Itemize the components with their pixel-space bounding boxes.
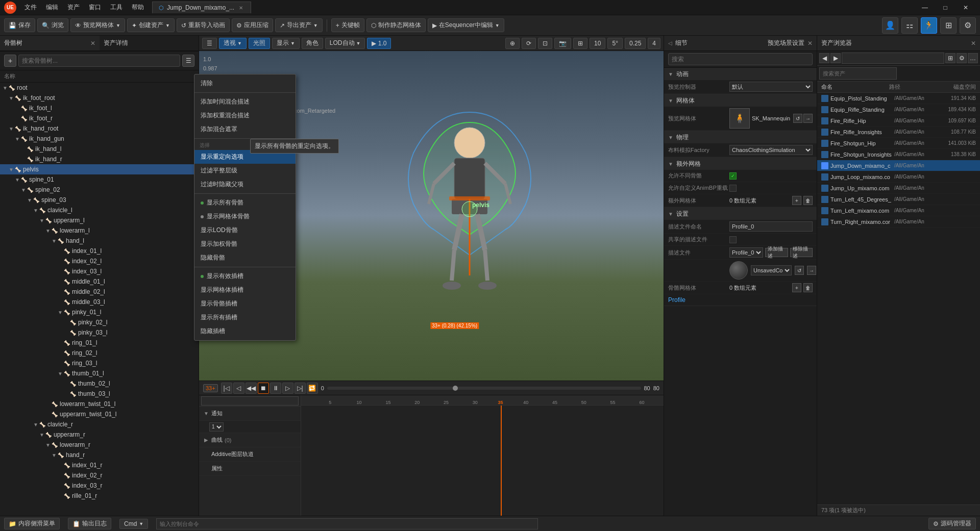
asset-row-jump-loop[interactable]: Jump_Loop_mixamo.co /All/Game/An xyxy=(817,171,980,183)
show-button[interactable]: 显示 ▼ xyxy=(272,38,300,49)
skeleton-search-input[interactable] xyxy=(18,55,180,67)
tree-item-index01-l[interactable]: 🦴 index_01_l xyxy=(0,246,199,256)
bone-mesh-remove-icon[interactable]: 🗑 xyxy=(803,283,813,292)
settings-icon-btn[interactable]: ⚙ xyxy=(960,17,976,34)
asset-row-turn-left45[interactable]: Turn_Left_45_Degrees_ /All/Game/An xyxy=(817,194,980,205)
menu-file[interactable]: 文件 xyxy=(20,2,41,13)
details-close-icon[interactable]: ✕ xyxy=(807,40,813,47)
tree-item-rille01-r[interactable]: 🦴 rille_01_r xyxy=(0,491,199,501)
ctx-hide-bones[interactable]: 隐藏骨骼 xyxy=(194,251,296,265)
viewport-menu-button[interactable]: ☰ xyxy=(202,38,217,49)
next-keyframe-button[interactable]: ▷| xyxy=(295,383,306,394)
tab-close-icon[interactable]: ✕ xyxy=(237,4,244,11)
output-log-button[interactable]: 📋 输出日志 xyxy=(68,518,111,529)
viewport-time[interactable]: 0.25 xyxy=(625,38,646,49)
prev-keyframe-button[interactable]: |◁ xyxy=(221,383,232,394)
apply-compress-button[interactable]: ⚙ 应用压缩 xyxy=(232,18,273,32)
tree-item-ik-hand-l[interactable]: 🦴 ik_hand_l xyxy=(0,144,199,154)
reimport-button[interactable]: ↺ 重新导入动画 xyxy=(177,18,230,32)
tree-item-ik-foot-r[interactable]: 🦴 ik_foot_r xyxy=(0,113,199,123)
add-desc-icon[interactable]: 添加描述 xyxy=(765,248,788,257)
tree-item-index01-r[interactable]: 🦴 index_01_r xyxy=(0,460,199,470)
person-icon-btn[interactable]: 👤 xyxy=(882,17,898,34)
document-tab[interactable]: ⬡ Jump_Down_mixamo_... ✕ xyxy=(152,2,251,13)
grid-icon-btn[interactable]: ⚏ xyxy=(901,17,918,34)
move-desc-icon[interactable]: 移除描述 xyxy=(790,248,813,257)
preview-controller-dropdown[interactable]: 默认 xyxy=(729,82,813,92)
animation-section-header[interactable]: ▼ 动画 xyxy=(664,68,817,80)
tree-item-upperarm-twist-l[interactable]: 🦴 upperarm_twist_01_l xyxy=(0,409,199,419)
ctx-show-all-sockets[interactable]: 显示所有插槽 xyxy=(194,311,296,324)
mesh-open-icon[interactable]: → xyxy=(803,114,813,123)
asset-forward-button[interactable]: ▶ xyxy=(830,53,841,63)
tree-item-hand-l[interactable]: ▼ 🦴 hand_l xyxy=(0,236,199,246)
tree-item-ik-hand-r[interactable]: 🦴 ik_hand_r xyxy=(0,154,199,164)
create-asset-button[interactable]: ✦ 创建资产 ▼ xyxy=(127,18,175,32)
tree-item-spine02[interactable]: ▼ 🦴 spine_02 xyxy=(0,185,199,195)
tree-item-pinky03-l[interactable]: 🦴 pinky_03_l xyxy=(0,327,199,338)
tree-item-middle03-l[interactable]: 🦴 middle_03_l xyxy=(0,297,199,307)
asset-row-turn-left-mix[interactable]: Turn_Left_mixamo.com /All/Game/An xyxy=(817,205,980,216)
win-close[interactable]: ✕ xyxy=(955,0,976,15)
menu-help[interactable]: 帮助 xyxy=(128,2,148,13)
tree-item-lowerarm-r[interactable]: ▼ 🦴 lowerarm_r xyxy=(0,440,199,450)
asset-row-fire-shotgun-hip[interactable]: Fire_Shotgun_Hip /All/Game/An 141.003 Ki… xyxy=(817,138,980,149)
tree-item-index03-r[interactable]: 🦴 index_03_r xyxy=(0,481,199,491)
asset-search-input[interactable] xyxy=(819,67,897,80)
array-remove-icon[interactable]: 🗑 xyxy=(803,196,813,205)
tree-item-thumb02-l[interactable]: 🦴 thumb_02_l xyxy=(0,378,199,389)
tree-item-clavicle-l[interactable]: ▼ 🦴 clavicle_l xyxy=(0,205,199,215)
ctx-show-all-bones[interactable]: 显示所有骨骼 xyxy=(194,196,296,210)
tree-item-middle01-l[interactable]: 🦴 middle_01_l xyxy=(0,276,199,287)
viewport-camera-icon[interactable]: 📷 xyxy=(554,38,571,49)
tree-item-thumb01-l[interactable]: ▼ 🦴 thumb_01_l xyxy=(0,368,199,378)
asset-row-fire-rifle-hip[interactable]: Fire_Rifle_Hip /All/Game/An 109.697 KiB xyxy=(817,115,980,127)
cmd-dropdown-button[interactable]: Cmd ▼ xyxy=(119,519,148,529)
source-control-button[interactable]: ⚙ 源码管理器 xyxy=(928,518,976,529)
cloth-factory-dropdown[interactable]: ChaosClothingSimulation xyxy=(729,145,813,155)
ctx-clear[interactable]: 清除 xyxy=(194,77,296,90)
tree-item-ik-foot-l[interactable]: 🦴 ik_foot_l xyxy=(0,103,199,113)
export-button[interactable]: ↗ 导出资产 ▼ xyxy=(275,18,323,32)
tree-item-index02-r[interactable]: 🦴 index_02_r xyxy=(0,470,199,481)
ctx-show-skel-sockets[interactable]: 显示骨骼插槽 xyxy=(194,297,296,311)
timeline-tracks-bg[interactable] xyxy=(301,406,664,516)
sequencer-button[interactable]: ▶ 在Sequencer中编辑 ▼ xyxy=(428,18,504,32)
win-minimize[interactable]: — xyxy=(915,0,935,15)
next-frame-button[interactable]: ▷ xyxy=(282,383,293,394)
notify-select[interactable]: 1 xyxy=(209,422,224,432)
asset-row-equip-rifle[interactable]: Equip_Rifle_Standing /All/Game/An 189.43… xyxy=(817,104,980,115)
viewport-move-icon[interactable]: ⊕ xyxy=(505,38,520,49)
mesh-section-header[interactable]: ▼ 网格体 xyxy=(664,94,817,107)
ctx-show-lod-bones[interactable]: 显示LOD骨骼 xyxy=(194,223,296,237)
save-button[interactable]: 💾 保存 xyxy=(4,18,35,32)
details-search-input[interactable] xyxy=(668,53,813,65)
tree-item-ik-hand-root[interactable]: ▼ 🦴 ik_hand_root xyxy=(0,123,199,134)
allow-anim-checkbox[interactable] xyxy=(729,185,737,192)
console-input[interactable] xyxy=(156,518,537,529)
mesh-edit-icon[interactable]: ↺ xyxy=(793,114,802,123)
menu-window[interactable]: 窗口 xyxy=(85,2,105,13)
asset-row-fire-shotgun-iron[interactable]: Fire_Shotgun_Ironsights /All/Game/An 138… xyxy=(817,149,980,160)
ctx-show-mesh-bones[interactable]: 显示网格体骨骼 xyxy=(194,210,296,223)
skeleton-tree-close[interactable]: ✕ xyxy=(90,40,95,47)
lighting-button[interactable]: 光照 xyxy=(249,38,270,49)
win-maximize[interactable]: □ xyxy=(935,0,955,15)
viewport-size4[interactable]: 4 xyxy=(648,38,660,49)
ctx-show-active-sockets[interactable]: 显示有效插槽 xyxy=(194,269,296,283)
tree-item-lowerarm-l[interactable]: ▼ 🦴 lowerarm_l xyxy=(0,225,199,236)
asset-details-tab[interactable]: 资产详情 xyxy=(100,36,199,51)
tree-item-ik-foot-root[interactable]: ▼ 🦴 ik_foot_root xyxy=(0,93,199,103)
track-expand-curves[interactable]: ▶ xyxy=(203,437,209,443)
role-button[interactable]: 角色 xyxy=(302,38,323,49)
tree-item-upperarm-r[interactable]: ▼ 🦴 upperarm_r xyxy=(0,429,199,440)
tree-item-thumb03-l[interactable]: 🦴 thumb_03_l xyxy=(0,389,199,399)
extra-mesh-section-header[interactable]: ▼ 额外网格 xyxy=(664,158,817,170)
viewport-grid-icon[interactable]: ⊞ xyxy=(573,38,587,49)
tree-item-lowerarm-twist-l[interactable]: 🦴 lowerarm_twist_01_l xyxy=(0,399,199,409)
active-icon-btn[interactable]: 🏃 xyxy=(921,17,937,34)
physics-section-header[interactable]: ▼ 物理 xyxy=(664,131,817,143)
tree-item-upperarm-l[interactable]: ▼ 🦴 upperarm_l xyxy=(0,215,199,225)
asset-back-button[interactable]: ◀ xyxy=(819,53,829,63)
asset-row-equip-pistol[interactable]: Equip_Pistol_Standing /All/Game/An 191.3… xyxy=(817,93,980,104)
